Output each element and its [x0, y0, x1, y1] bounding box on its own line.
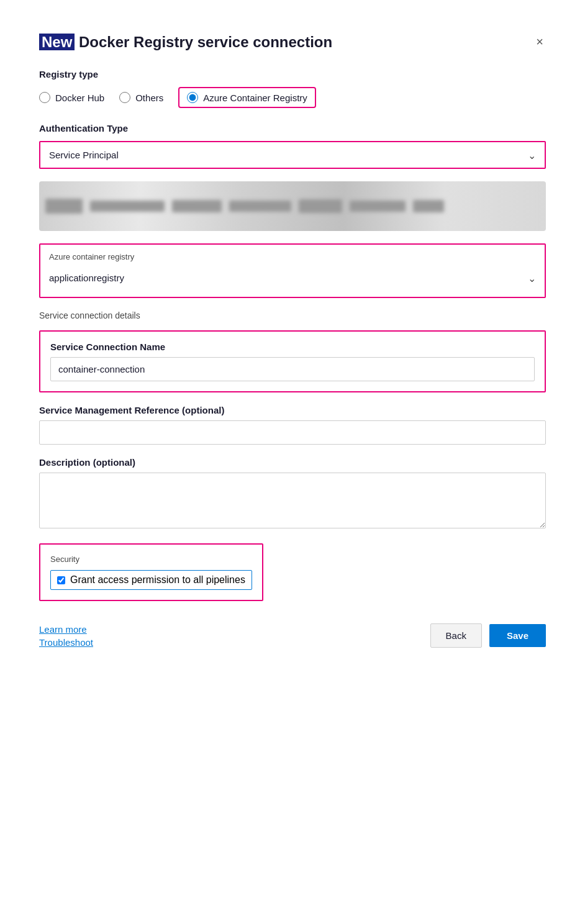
- service-connection-details-label: Service connection details: [39, 310, 546, 320]
- blur-block-3: [172, 200, 222, 212]
- auth-type-label: Authentication Type: [39, 123, 546, 134]
- others-radio[interactable]: [119, 92, 130, 103]
- azure-container-registry-radio[interactable]: [187, 92, 198, 103]
- dialog-title: New Docker Registry service connection: [39, 32, 332, 52]
- description-input[interactable]: [39, 473, 546, 528]
- blur-block-2: [90, 201, 165, 212]
- azure-container-select-wrapper: applicationregistry ⌄: [49, 266, 536, 289]
- azure-container-label: Azure container registry: [49, 252, 536, 261]
- docker-hub-radio[interactable]: [39, 92, 50, 103]
- footer-buttons: Back Save: [430, 623, 546, 648]
- smr-input[interactable]: [39, 420, 546, 445]
- save-button[interactable]: Save: [489, 624, 546, 647]
- footer-links: Learn more Troubleshoot: [39, 624, 93, 648]
- smr-label: Service Management Reference (optional): [39, 405, 546, 415]
- auth-type-select-wrapper: Service Principal Managed Identity Workl…: [39, 141, 546, 169]
- docker-hub-option[interactable]: Docker Hub: [39, 92, 104, 103]
- learn-more-link[interactable]: Learn more: [39, 624, 93, 635]
- others-option[interactable]: Others: [119, 92, 163, 103]
- back-button[interactable]: Back: [430, 623, 482, 648]
- new-docker-registry-dialog: New Docker Registry service connection ×…: [19, 12, 566, 668]
- others-label: Others: [135, 93, 163, 103]
- blur-block-1: [45, 199, 83, 214]
- blur-block-6: [350, 201, 406, 212]
- azure-container-select[interactable]: applicationregistry: [49, 266, 536, 289]
- auth-type-section: Authentication Type Service Principal Ma…: [39, 123, 546, 169]
- azure-container-registry-label: Azure Container Registry: [203, 93, 307, 103]
- registry-type-section: Registry type Docker Hub Others Azure Co…: [39, 69, 546, 108]
- azure-container-registry-option[interactable]: Azure Container Registry: [178, 87, 316, 108]
- troubleshoot-link[interactable]: Troubleshoot: [39, 637, 93, 648]
- blur-block-5: [299, 199, 342, 213]
- connection-name-input[interactable]: [50, 357, 535, 381]
- description-label: Description (optional): [39, 457, 546, 468]
- dialog-header: New Docker Registry service connection ×: [39, 32, 546, 52]
- title-highlight: New: [39, 34, 75, 50]
- registry-type-label: Registry type: [39, 69, 546, 79]
- docker-hub-label: Docker Hub: [55, 93, 104, 103]
- smr-section: Service Management Reference (optional): [39, 405, 546, 445]
- blur-block-4: [229, 201, 291, 212]
- dialog-footer: Learn more Troubleshoot Back Save: [39, 623, 546, 648]
- close-button[interactable]: ×: [533, 32, 546, 52]
- auth-type-select[interactable]: Service Principal Managed Identity Workl…: [40, 142, 545, 168]
- grant-access-label: Grant access permission to all pipelines: [70, 574, 245, 586]
- connection-name-section: Service Connection Name: [39, 330, 546, 392]
- grant-access-checkbox[interactable]: [57, 576, 65, 584]
- blur-block-7: [413, 200, 444, 212]
- grant-access-checkbox-wrapper: Grant access permission to all pipelines: [50, 570, 252, 590]
- blurred-content-section: [39, 181, 546, 231]
- security-section: Security Grant access permission to all …: [39, 543, 263, 601]
- connection-name-label: Service Connection Name: [50, 342, 535, 352]
- security-label: Security: [50, 555, 252, 564]
- description-section: Description (optional): [39, 457, 546, 531]
- azure-container-section: Azure container registry applicationregi…: [39, 243, 546, 298]
- registry-type-radio-group: Docker Hub Others Azure Container Regist…: [39, 87, 546, 108]
